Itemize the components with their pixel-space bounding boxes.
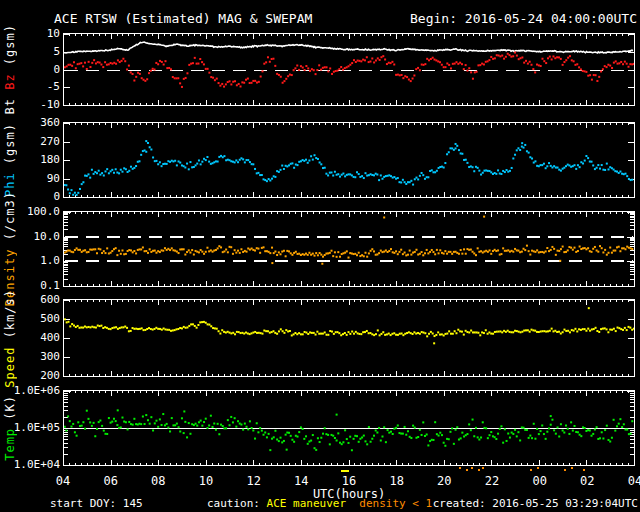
density-flag-dot [530,469,532,471]
x-tick-label: 10 [199,474,213,488]
panel-canvas-phi [63,122,635,198]
panel-canvas-temp [63,390,635,466]
y-axis-label-segment: (/cm3) [3,191,17,240]
plot-title: ACE RTSW (Estimated) MAG & SWEPAM [54,11,312,26]
x-tick-label: 06 [103,474,117,488]
x-tick-label: 22 [485,474,499,488]
density-flag-dot [537,467,539,469]
y-axis-label-speed: Speed (km/s) [2,299,18,377]
y-axis-label-segment: (km/s) [3,289,17,338]
y-axis-label-phi: Phi (gsm) [2,122,18,198]
density-flag-dot [564,469,566,471]
y-axis-label-segment: Bz [3,65,17,90]
density-flag-dot [583,469,585,471]
density-flag-dot [478,469,480,471]
start-doy-label: start DOY: 145 [50,497,143,510]
x-tick-label: 04 [56,474,70,488]
density-flag-dot [459,467,461,469]
y-axis-label-segment: Speed [3,338,17,387]
y-axis-label-temp: Temp (K) [2,390,18,466]
y-axis-label-density: Density (/cm3) [2,211,18,287]
y-axis-label-segment: (gsm) [3,24,17,65]
x-tick-label: 14 [294,474,308,488]
x-tick-label: 20 [437,474,451,488]
density-flag-dot [471,467,473,469]
x-tick-label: 12 [246,474,260,488]
y-axis-label-segment: Bt [3,90,17,115]
caution-note: caution: ACE maneuver density < 1 [207,497,432,510]
caution-maneuver-label: ACE maneuver [260,497,353,510]
x-tick-label: 08 [151,474,165,488]
y-axis-label-segment: Temp [3,420,17,461]
y-axis-label-segment: (gsm) [3,123,17,164]
caution-density-label: density < 1 [353,497,432,510]
caution-label: caution: [207,497,260,510]
y-axis-label-segment: (K) [3,395,17,420]
x-tick-label: 16 [342,474,356,488]
ace-rtsw-plot: ACE RTSW (Estimated) MAG & SWEPAM Begin:… [0,0,640,512]
panel-canvas-speed [63,299,635,377]
density-flag-dot [571,467,573,469]
panel-canvas-bt_bz [63,33,635,106]
y-axis-label-bt_bz: Bt Bz (gsm) [2,33,18,106]
density-flag-dot [482,467,484,469]
x-tick-label: 00 [532,474,546,488]
x-tick-label: 04 [628,474,640,488]
ace-maneuver-marker [341,470,349,472]
x-tick-label: 18 [389,474,403,488]
x-tick-label: 02 [580,474,594,488]
panel-canvas-density [63,211,635,287]
created-timestamp: created: 2016-05-25 03:29:04UTC [433,497,638,510]
begin-timestamp: Begin: 2016-05-24 04:00:00UTC [410,11,637,26]
density-flag-dot [466,469,468,471]
